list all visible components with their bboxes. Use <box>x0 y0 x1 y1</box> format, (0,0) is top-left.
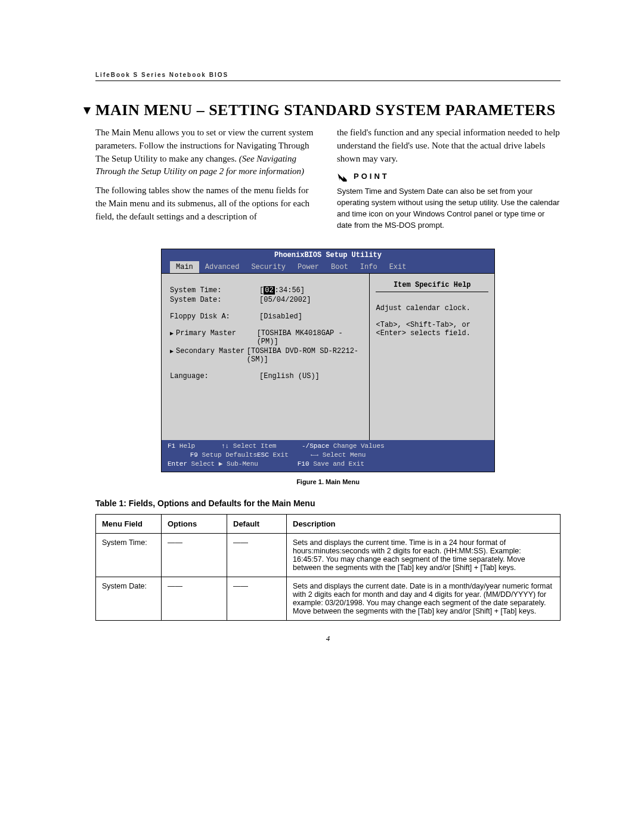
th-menu-field: Menu Field <box>96 515 162 534</box>
bios-footer: F1 Help↑↓ Select Item-/Space Change Valu… <box>162 440 494 472</box>
main-menu-table: Menu Field Options Default Description S… <box>95 514 561 621</box>
table-title: Table 1: Fields, Options and Defaults fo… <box>95 498 561 508</box>
bios-title: PhoenixBIOS Setup Utility <box>162 249 494 261</box>
page-number: 4 <box>95 634 561 643</box>
bios-help-line: <Tab>, <Shift-Tab>, or <box>376 321 488 329</box>
table-row: System Date:————Sets and displays the cu… <box>96 577 561 621</box>
th-description: Description <box>287 515 561 534</box>
page-content: LifeBook S Series Notebook BIOS MAIN MEN… <box>0 0 644 679</box>
td-description: Sets and displays the current time. Time… <box>287 534 561 577</box>
bios-footer-item: -/Space Change Values <box>302 442 409 451</box>
left-column: The Main Menu allows you to set or view … <box>95 126 319 231</box>
bios-footer-item: F10 Save and Exit <box>275 460 364 469</box>
td-description: Sets and displays the current date. Date… <box>287 577 561 621</box>
bios-field-row: Language:[English (US)] <box>170 371 361 381</box>
td-default: —— <box>227 577 287 621</box>
bios-footer-item: ESC Exit <box>257 451 311 460</box>
bios-field-label: Secondary Master <box>170 347 247 364</box>
point-body: System Time and System Date can also be … <box>337 186 561 231</box>
bios-field-value: [English (US)] <box>259 372 320 380</box>
bios-field-row: Floppy Disk A:[Disabled] <box>170 312 361 321</box>
bios-field-value: [Disabled] <box>259 312 302 321</box>
bios-footer-item: F9 Setup Defaults <box>168 451 257 460</box>
bios-help-body: Adjust calendar clock. <Tab>, <Shift-Tab… <box>376 304 488 337</box>
right-column: the field's function and any special inf… <box>337 126 561 231</box>
bios-tab: Advanced <box>199 261 246 273</box>
bios-tab: Exit <box>383 261 413 273</box>
text-columns: The Main Menu allows you to set or view … <box>95 126 561 231</box>
bios-field-value: [TOSHIBA DVD-ROM SD-R2212-(SM)] <box>247 347 361 364</box>
bios-field-row: Primary Master[TOSHIBA MK4018GAP -(PM)] <box>170 329 361 346</box>
bios-field-label: System Date: <box>170 296 259 304</box>
td-default: —— <box>227 534 287 577</box>
bios-tab: Info <box>354 261 383 273</box>
bios-body: System Time:[02:34:56]System Date:[05/04… <box>162 273 494 440</box>
td-menu-field: System Time: <box>96 534 162 577</box>
bios-fields: System Time:[02:34:56]System Date:[05/04… <box>162 274 370 440</box>
td-options: —— <box>162 577 227 621</box>
bios-field-row: Secondary Master[TOSHIBA DVD-ROM SD-R221… <box>170 346 361 364</box>
bios-tabs: MainAdvancedSecurityPowerBootInfoExit <box>162 261 494 273</box>
bios-footer-item: Enter Select ▶ Sub-Menu <box>168 460 275 469</box>
bios-footer-item: ←→ Select Menu <box>311 451 391 460</box>
bios-field-label: Language: <box>170 372 259 380</box>
th-default: Default <box>227 515 287 534</box>
bios-help: Item Specific Help Adjust calendar clock… <box>370 274 494 440</box>
body-text: the field's function and any special inf… <box>337 126 561 165</box>
running-head: LifeBook S Series Notebook BIOS <box>95 72 561 81</box>
bios-screenshot: PhoenixBIOS Setup Utility MainAdvancedSe… <box>161 249 495 472</box>
point-heading: POINT <box>337 171 561 182</box>
bios-help-line: <Enter> selects field. <box>376 329 488 337</box>
bios-field-value: [05/04/2002] <box>259 296 311 304</box>
bios-tab: Power <box>292 261 325 273</box>
bios-field-row: System Time:[02:34:56] <box>170 286 361 295</box>
figure-caption: Figure 1. Main Menu <box>95 478 561 485</box>
point-icon <box>337 172 348 182</box>
page-marker-icon <box>83 107 91 114</box>
th-options: Options <box>162 515 227 534</box>
bios-field-label: Floppy Disk A: <box>170 312 259 321</box>
bios-help-title: Item Specific Help <box>376 278 488 292</box>
bios-footer-item: ↑↓ Select Item <box>221 442 302 451</box>
bios-footer-item: F1 Help <box>168 442 221 451</box>
bios-field-row: System Date:[05/04/2002] <box>170 295 361 305</box>
bios-field-label: Primary Master <box>170 329 257 346</box>
td-menu-field: System Date: <box>96 577 162 621</box>
bios-tab: Boot <box>325 261 354 273</box>
td-options: —— <box>162 534 227 577</box>
bios-help-line: Adjust calendar clock. <box>376 304 488 312</box>
body-text: The following tables show the names of t… <box>95 184 319 223</box>
bios-field-value: [02:34:56] <box>259 286 305 295</box>
bios-help-line <box>376 312 488 321</box>
point-label: POINT <box>354 171 389 182</box>
bios-field-label: System Time: <box>170 286 259 295</box>
page-title: MAIN MENU – SETTING STANDARD SYSTEM PARA… <box>95 101 561 119</box>
bios-tab: Security <box>245 261 292 273</box>
table-row: System Time:————Sets and displays the cu… <box>96 534 561 577</box>
bios-field-value: [TOSHIBA MK4018GAP -(PM)] <box>257 329 361 346</box>
bios-tab: Main <box>170 261 199 273</box>
